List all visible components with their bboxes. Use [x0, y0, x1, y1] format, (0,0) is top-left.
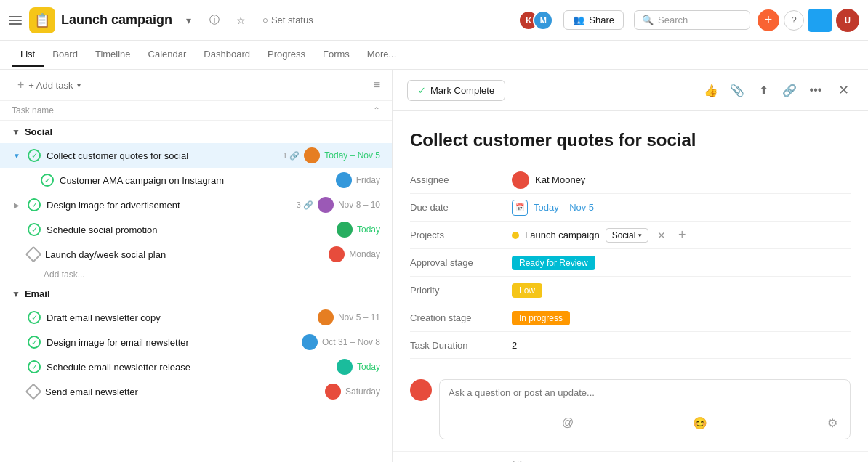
expand-icon-t1[interactable]: ▼	[12, 150, 22, 161]
tab-more[interactable]: More...	[358, 43, 405, 67]
task-check-t1s1[interactable]: ✓	[41, 174, 54, 187]
assignee-name: Kat Mooney	[535, 174, 585, 185]
field-priority: Priority Low	[410, 276, 851, 304]
avatar-t8	[325, 384, 341, 400]
thumbs-up-btn[interactable]: 👍	[699, 78, 723, 102]
creation-stage-badge: In progress	[512, 311, 570, 325]
comment-user-avatar	[410, 379, 432, 401]
close-panel-btn[interactable]: ✕	[833, 80, 853, 100]
task-date-t8: Saturday	[345, 386, 380, 397]
task-check-t6[interactable]: ✓	[28, 336, 41, 349]
task-check-t1[interactable]: ✓	[28, 149, 41, 162]
add-project-btn[interactable]: +	[675, 228, 689, 243]
emoji-btn[interactable]: 😊	[691, 414, 709, 431]
avatar-group: K M	[518, 10, 553, 31]
project-star-btn[interactable]: ☆	[230, 10, 251, 31]
due-date-label: Due date	[410, 202, 512, 213]
task-row-t2[interactable]: ▶ ✓ Design image for advertisement 3 🔗 N…	[0, 192, 392, 217]
projects-label: Projects	[410, 230, 512, 240]
share-btn[interactable]: 👥 Share	[563, 10, 624, 30]
tab-progress[interactable]: Progress	[259, 43, 314, 67]
circle-icon: ○	[262, 15, 268, 25]
section-social-title: Social	[25, 126, 52, 137]
task-name-t6: Design image for email newsletter	[47, 337, 296, 348]
set-status-btn[interactable]: ○ Set status	[257, 12, 319, 28]
mark-complete-label: Mark Complete	[430, 85, 494, 96]
task-row-t8[interactable]: Send email newsletter Saturday	[0, 379, 392, 404]
more-comment-btn[interactable]: ⚙	[824, 414, 841, 431]
project-name: Launch campaign	[61, 12, 172, 28]
task-name-t8: Send email newsletter	[45, 386, 319, 397]
hamburger-menu[interactable]	[9, 13, 23, 28]
task-name-col-header: Task name	[12, 105, 373, 115]
sort-icon[interactable]: ≡	[374, 78, 380, 92]
social-tag[interactable]: Social ▾	[606, 228, 649, 243]
tab-board[interactable]: Board	[44, 43, 87, 67]
task-date-t1: Today – Nov 5	[324, 150, 380, 161]
task-check-t8[interactable]	[25, 384, 42, 400]
link-btn[interactable]: 🔗	[778, 78, 801, 102]
task-check-t3[interactable]: ✓	[28, 223, 41, 236]
section-social-header[interactable]: ▼ Social	[0, 121, 392, 143]
task-date-t6: Oct 31 – Nov 8	[322, 337, 380, 347]
avatar-t2	[318, 197, 334, 213]
task-name-t7: Schedule email newsletter release	[47, 362, 331, 373]
task-badge-t2: 3 🔗	[297, 200, 313, 210]
help-btn[interactable]: ?	[784, 10, 804, 31]
add-btn[interactable]: +	[758, 9, 779, 31]
project-info-btn[interactable]: ▾	[178, 10, 198, 31]
remove-project-btn[interactable]: ✕	[654, 228, 669, 243]
task-name-t1: Collect customer quotes for social	[47, 150, 277, 161]
field-approval-stage: Approval stage Ready for Review	[410, 248, 851, 276]
approval-stage-badge: Ready for Review	[512, 256, 595, 270]
mark-complete-btn[interactable]: ✓ Mark Complete	[407, 80, 505, 101]
share-detail-btn[interactable]: ⬆	[752, 78, 775, 102]
calendar-icon: 📅	[512, 200, 528, 216]
task-row-t1s1[interactable]: ✓ Customer AMA campaign on Instagram Fri…	[0, 168, 392, 192]
expand-icon-t2[interactable]: ▶	[12, 200, 22, 210]
task-check-t2[interactable]: ✓	[28, 198, 41, 211]
task-check-t5[interactable]: ✓	[28, 311, 41, 324]
field-task-duration: Task Duration 2	[410, 331, 851, 359]
section-email-header[interactable]: ▼ Email	[0, 283, 392, 305]
assignee-avatar	[512, 171, 529, 189]
task-row-t4[interactable]: Launch day/week social plan Monday	[0, 242, 392, 267]
tab-calendar[interactable]: Calendar	[140, 43, 196, 67]
task-date-t1s1: Friday	[356, 175, 380, 185]
task-check-t7[interactable]: ✓	[28, 360, 41, 373]
share-icon: 👥	[573, 15, 584, 25]
field-due-date: Due date 📅 Today – Nov 5	[410, 193, 851, 221]
section-email-title: Email	[25, 288, 50, 299]
user-avatar-2: M	[533, 10, 553, 31]
more-options-btn[interactable]: •••	[804, 78, 827, 102]
attachment-btn[interactable]: 📎	[726, 78, 749, 102]
collaborators-section: Collaborators K M + 🔔 Leave Task	[393, 451, 868, 462]
add-task-btn[interactable]: + + Add task ▾	[12, 76, 87, 94]
add-task-social-row[interactable]: Add task...	[0, 267, 392, 283]
task-row-t5[interactable]: ✓ Draft email newsletter copy Nov 5 – 11	[0, 305, 392, 330]
project-dot	[512, 232, 519, 239]
task-name-t3: Schedule social promotion	[47, 224, 331, 235]
tab-timeline[interactable]: Timeline	[87, 43, 140, 67]
avatar-t4	[329, 246, 345, 262]
tab-forms[interactable]: Forms	[314, 43, 358, 67]
task-row-t7[interactable]: ✓ Schedule email newsletter release Toda…	[0, 354, 392, 379]
task-date-t4: Monday	[349, 249, 380, 259]
main-user-avatar[interactable]: U	[836, 9, 859, 32]
tab-dashboard[interactable]: Dashboard	[195, 43, 259, 67]
search-box[interactable]: 🔍 Search	[634, 10, 750, 30]
project-details-btn[interactable]: ⓘ	[204, 10, 225, 31]
task-name-t1s1: Customer AMA campaign on Instagram	[60, 175, 330, 186]
comment-input[interactable]	[449, 387, 841, 409]
tag-dropdown-icon: ▾	[638, 232, 642, 239]
task-check-t4[interactable]	[25, 246, 42, 263]
section-collapse-icon[interactable]: ▼	[12, 127, 20, 137]
task-row-t6[interactable]: ✓ Design image for email newsletter Oct …	[0, 330, 392, 354]
collapse-icon[interactable]: ⌃	[373, 105, 380, 115]
at-mention-btn[interactable]: @	[559, 414, 576, 431]
avatar-t7	[337, 359, 353, 375]
tab-list[interactable]: List	[12, 43, 44, 67]
section-collapse-email[interactable]: ▼	[12, 289, 20, 299]
task-row-t3[interactable]: ✓ Schedule social promotion Today	[0, 217, 392, 242]
task-row-t1[interactable]: ▼ ✓ Collect customer quotes for social 1…	[0, 143, 392, 168]
